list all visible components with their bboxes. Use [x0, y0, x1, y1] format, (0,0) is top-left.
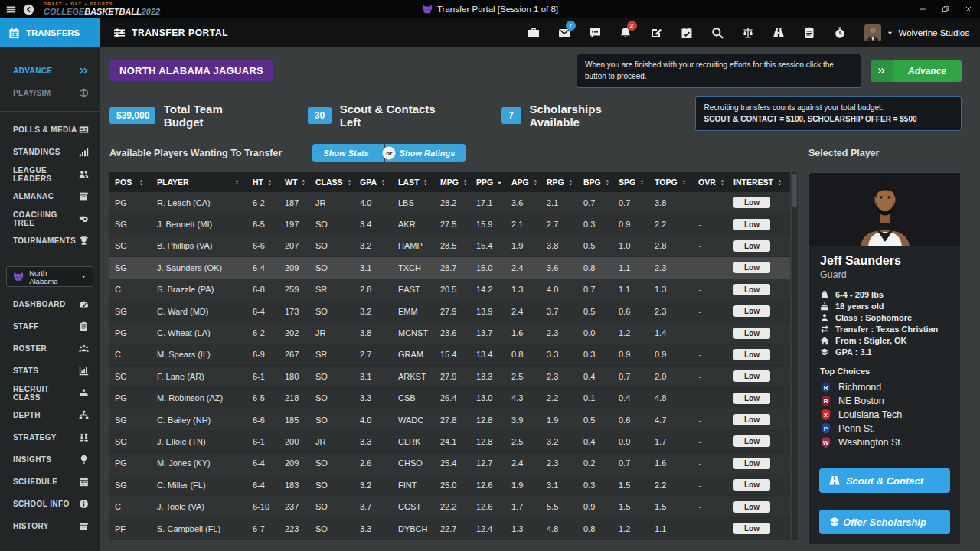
hamburger-menu-icon[interactable] [6, 5, 16, 15]
scout-contact-button[interactable]: Scout & Contact [819, 468, 950, 493]
tab-transfers[interactable]: TRANSFERS [0, 18, 100, 47]
interest-button[interactable]: Low [733, 501, 770, 513]
interest-button[interactable]: Low [733, 458, 770, 469]
toolbar-icon-button[interactable] [641, 18, 671, 47]
back-icon[interactable] [23, 4, 34, 15]
scrollbar-thumb[interactable] [792, 174, 797, 207]
interest-button[interactable]: Low [733, 370, 770, 382]
table-row[interactable]: PG M. Robinson (AZ) 6-5 218 SO 3.3 CSB 2… [109, 388, 790, 409]
sidebar-item[interactable]: STATS [0, 360, 100, 382]
column-header[interactable]: HT [247, 172, 279, 192]
interest-button[interactable]: Low [733, 240, 770, 252]
column-header[interactable]: CLASS [310, 172, 354, 192]
scouts-stat: 30 Scout & Contacts Left [308, 103, 456, 129]
table-row[interactable]: PG R. Leach (CA) 6-2 187 JR 4.0 LBS 28.2… [109, 192, 790, 214]
sidebar-item[interactable]: ALMANAC [0, 185, 100, 207]
table-header: POS PLAYER HT [109, 172, 790, 192]
interest-button[interactable]: Low [733, 393, 770, 404]
scouts-value: 30 [308, 107, 332, 124]
sidebar-item[interactable]: STANDINGS [0, 141, 100, 163]
interest-button[interactable]: Low [733, 523, 770, 534]
table-row[interactable]: PG M. Jones (KY) 6-4 209 SO 2.6 CHSO 25.… [109, 453, 790, 474]
toolbar-icon-button[interactable] [580, 18, 610, 47]
sidebar-item[interactable]: TOURNAMENTS [0, 230, 100, 252]
column-header[interactable]: INTEREST [728, 172, 790, 192]
interest-button[interactable]: Low [733, 284, 770, 295]
sidebar-item[interactable]: PLAY/SIM [0, 82, 100, 104]
sidebar-item[interactable]: DEPTH [0, 404, 100, 426]
toolbar-icon-button[interactable] [518, 18, 549, 47]
toolbar-icon-button[interactable]: 2 [610, 18, 641, 47]
interest-button[interactable]: Low [733, 219, 770, 230]
table-row[interactable]: C J. Toole (VA) 6-10 237 SO 3.7 CCST 22.… [109, 496, 790, 517]
column-header[interactable]: RPG [541, 172, 578, 192]
sidebar-item[interactable]: LEAGUE LEADERS [0, 163, 100, 185]
sidebar-item[interactable]: HISTORY [0, 515, 100, 537]
interest-button[interactable]: Low [733, 414, 770, 425]
sidebar-item[interactable]: RECRUIT CLASS [0, 382, 100, 404]
column-header[interactable]: WT [279, 172, 310, 192]
sidebar-item[interactable]: INSIGHTS [0, 448, 100, 471]
column-header[interactable]: MPG [435, 172, 471, 192]
sidebar-item[interactable]: ROSTER [0, 337, 100, 360]
interest-button[interactable]: Low [733, 305, 770, 317]
column-header[interactable]: PPG [471, 172, 506, 192]
sidebar-item[interactable]: STRATEGY [0, 426, 100, 448]
table-row[interactable]: SG B. Phillips (VA) 6-6 207 SO 3.2 HAMP … [109, 236, 790, 257]
close-button[interactable] [957, 0, 980, 18]
binoculars-icon [773, 27, 785, 39]
interest-button[interactable]: Low [733, 262, 770, 273]
toolbar-icon-button[interactable] [671, 18, 702, 47]
column-header[interactable]: SPG [613, 172, 649, 192]
table-row[interactable]: SG J. Bennett (MI) 6-5 197 SO 3.4 AKR 27… [109, 214, 790, 235]
sidebar-item[interactable]: SCHEDULE [0, 471, 100, 493]
scholarships-stat: 7 Scholarships Available [501, 103, 650, 129]
toolbar-icon-button[interactable] [733, 18, 763, 47]
interest-button[interactable]: Low [733, 328, 770, 339]
table-row[interactable]: PG C. Wheat (LA) 6-2 202 JR 3.8 MCNST 23… [109, 322, 790, 344]
table-row[interactable]: SG J. Elloie (TN) 6-1 200 JR 3.3 CLRK 24… [109, 431, 790, 452]
sidebar-item[interactable]: COACHING TREE [0, 207, 100, 230]
toolbar-icon-button[interactable] [794, 18, 825, 47]
table-body: PG R. Leach (CA) 6-2 187 JR 4.0 LBS 28.2… [109, 192, 790, 540]
interest-button[interactable]: Low [733, 197, 770, 208]
column-header[interactable]: BPG [578, 172, 613, 192]
table-row[interactable]: SG J. Saunders (OK) 6-4 209 SO 3.1 TXCH … [109, 257, 790, 279]
column-header[interactable]: GPA [354, 172, 393, 192]
sidebar-item[interactable]: SCHOOL INFO [0, 493, 100, 515]
interest-button[interactable]: Low [733, 349, 770, 360]
column-header[interactable]: APG [506, 172, 541, 192]
table-row[interactable]: PF S. Campbell (FL) 6-7 223 SO 3.3 DYBCH… [109, 518, 790, 540]
column-header[interactable]: OVR [693, 172, 728, 192]
table-row[interactable]: C M. Spears (IL) 6-9 267 SR 2.7 GRAM 15.… [109, 344, 790, 366]
advance-button[interactable]: Advance [871, 60, 962, 82]
interest-button[interactable]: Low [733, 479, 770, 491]
table-row[interactable]: SG C. Miller (FL) 6-4 183 SO 3.2 FINT 25… [109, 474, 790, 496]
toolbar-icon-button[interactable]: 7 [549, 18, 580, 47]
table-scrollbar[interactable] [792, 172, 798, 540]
column-header[interactable]: PLAYER [152, 172, 247, 192]
toolbar-icon-button[interactable] [702, 18, 733, 47]
toolbar-icon-button[interactable] [825, 18, 855, 47]
show-ratings-button[interactable]: Show Ratings [385, 144, 466, 162]
recruit-icon [79, 388, 89, 398]
minimize-button[interactable] [911, 0, 934, 18]
column-header[interactable]: POS [109, 172, 152, 192]
sidebar-item[interactable]: ADVANCE [0, 60, 100, 82]
maximize-button[interactable] [934, 0, 957, 18]
sidebar-item[interactable]: STAFF [0, 315, 100, 337]
sidebar-item[interactable]: POLLS & MEDIA [0, 119, 100, 141]
offer-scholarship-button[interactable]: Offer Scholarship [819, 510, 950, 534]
column-header[interactable]: LAST [393, 172, 435, 192]
sidebar-item[interactable]: DASHBOARD [0, 293, 100, 315]
table-row[interactable]: SG C. Ward (MD) 6-4 173 SO 3.2 EMM 27.9 … [109, 301, 790, 322]
table-row[interactable]: SG C. Bailey (NH) 6-6 185 SO 4.0 WADC 27… [109, 409, 790, 431]
interest-button[interactable]: Low [733, 435, 770, 447]
table-row[interactable]: C S. Brazzle (PA) 6-8 259 SR 2.8 EAST 20… [109, 279, 790, 301]
toolbar-icon-button[interactable] [763, 18, 794, 47]
team-select-dropdown[interactable]: North Alabama [6, 266, 93, 287]
table-row[interactable]: SG F. Lane (AR) 6-1 180 SO 3.1 ARKST 27.… [109, 366, 790, 387]
column-header[interactable]: TOPG [649, 172, 693, 192]
show-stats-button[interactable]: Show Stats [312, 144, 383, 162]
user-menu[interactable]: Wolverine Studios [864, 24, 969, 41]
